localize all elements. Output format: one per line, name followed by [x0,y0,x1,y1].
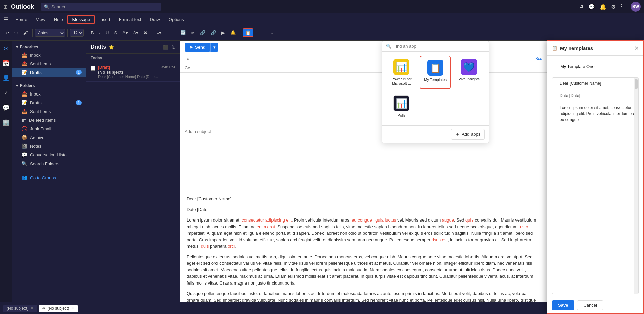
bold-btn[interactable]: B [89,29,96,36]
highlight-btn[interactable]: A▾ [120,29,130,36]
bottom-tab-1[interactable]: (No subject) ✕ [3,305,37,312]
avatar[interactable]: BW [631,2,641,12]
cancel-button[interactable]: Cancel [577,300,603,310]
monitor-icon[interactable]: 🖥 [578,4,584,10]
sidebar-icon-tasks[interactable]: ✓ [1,87,11,98]
app-search-input[interactable] [393,44,485,49]
scrollbar[interactable] [634,78,638,294]
settings-icon[interactable]: ⚙ [611,4,616,10]
font-color-btn[interactable]: A▾ [131,29,141,36]
tab-format-text[interactable]: Format text [115,16,145,23]
notify-btn[interactable]: 🔔 [228,29,238,36]
tab-home[interactable]: Home [11,16,31,23]
tab-options[interactable]: Options [165,16,188,23]
shield-icon[interactable]: 🛡 [621,4,626,10]
filter-icon[interactable]: ⬛ [163,45,168,50]
app-tile-mytemplates[interactable]: 📋 My Templates [420,56,451,89]
bottom-tab-2[interactable]: ✏ (No subject) ✕ [39,305,78,312]
expand-btn[interactable]: ⌄ [268,29,276,36]
inbox-icon: 📥 [21,52,27,58]
sidebar-icon-groups[interactable]: 🏢 [1,117,11,128]
nav-item-sent-folders[interactable]: 📤 Sent Items [12,107,86,116]
nav-item-inbox-folders[interactable]: 📥 Inbox [12,89,86,98]
folders-section: ▾ Folders 📥 Inbox 📝 Drafts 1 📤 Sent Item… [12,79,86,171]
nav-item-groups[interactable]: 👥 Go to Groups [12,173,86,182]
strikethrough-btn[interactable]: S [112,29,119,36]
favorites-header[interactable]: ▾ Favorites [12,43,86,51]
more-btn[interactable]: … [165,29,173,36]
close-icon-2[interactable]: ✕ [634,45,639,51]
align-btn[interactable]: ≡▾ [154,29,163,36]
search-input[interactable] [51,4,152,9]
tab-help[interactable]: Help [50,16,67,23]
template-name-input[interactable] [557,62,643,71]
nav-item-drafts-favorites[interactable]: 📝 Drafts 1 [12,68,86,77]
email-item[interactable]: [Draft] (No subject) Dear [Customer Name… [86,62,180,82]
app-tile-powerbi[interactable]: 📊 Power BI for Microsoft ... [386,56,417,89]
send-btn[interactable]: ▶ [219,29,227,36]
nav-item-inbox-favorites[interactable]: 📥 Inbox [12,51,86,59]
template-body-area[interactable]: Dear [Customer Name] Date [Date] Lorem i… [557,78,639,294]
sidebar-icon-chat[interactable]: 💬 [1,102,11,113]
nav-item-search-folders[interactable]: 🔍 Search Folders [12,159,86,168]
format-painter-btn[interactable]: 🖌 [21,29,30,36]
undo-btn[interactable]: ↩ [3,29,11,36]
add-apps-button[interactable]: ＋ Add apps [451,129,485,140]
template-actions: Save Cancel [547,297,643,313]
link-btn[interactable]: 🔗 [198,29,207,36]
mytemplates-label: My Templates [424,78,447,82]
font-size-selector[interactable]: 12 [70,29,84,37]
star-icon[interactable]: ⭐ [109,45,114,50]
bcc-link[interactable]: Bcc [535,56,542,61]
redo-btn[interactable]: ↪ [12,29,20,36]
email-list-icons: ⬛ ⇅ [163,45,175,50]
editor-btn[interactable]: ✏ [189,29,197,36]
bell-icon[interactable]: 🔔 [600,4,606,10]
bottom-tab-1-close[interactable]: ✕ [31,306,34,310]
folders-header[interactable]: ▾ Folders [12,82,86,89]
right-panel2-header: 📋 My Templates ✕ [547,41,643,56]
nav-item-archive[interactable]: 📦 Archive [12,133,86,142]
tab-view[interactable]: View [32,16,49,23]
tab-message[interactable]: Message [67,15,95,24]
save-button[interactable]: Save [552,300,574,310]
nav-item-conv-history[interactable]: 💬 Conversation Histo... [12,150,86,159]
archive-icon: 📦 [21,135,27,140]
sidebar-icon-mail[interactable]: ✉ [1,43,11,54]
bottom-tab-1-label: (No subject) [7,306,29,311]
app-grid-icon[interactable]: ⊞ [3,4,8,10]
email-section-today: Today [86,54,180,62]
font-selector[interactable]: Aptos [35,29,65,37]
underline-btn[interactable]: U [104,29,111,36]
bottom-tab-2-label: (No subject) [48,306,69,311]
spellcheck-btn[interactable]: 🔄 [178,29,188,36]
template-btn[interactable]: 📋 [243,28,253,37]
subject-input[interactable] [180,73,547,190]
app-tile-polls[interactable]: 📊 Polls [386,92,417,121]
send-button[interactable]: ➤ Send [185,43,210,52]
italic-btn[interactable]: I [97,29,102,36]
email-checkbox[interactable] [91,66,95,71]
more-tools-btn[interactable]: … [258,29,267,36]
cc-input[interactable] [194,65,542,71]
nav-item-drafts-folders[interactable]: 📝 Drafts 1 [12,98,86,107]
separator2 [67,29,68,37]
clear-format-btn[interactable]: ✖ [142,29,149,36]
nav-item-sent-favorites[interactable]: 📤 Sent Items [12,59,86,68]
ribbon-tools: ↩ ↪ 🖌 Aptos 12 B I U S A▾ A▾ ✖ ≡▾ … 🔄 ✏ … [0,25,644,40]
hamburger-icon[interactable]: ☰ [3,16,8,23]
hyperlink-btn[interactable]: 🔗 [209,29,218,36]
app-name: Outlook [11,3,34,10]
nav-item-notes[interactable]: 📓 Notes [12,142,86,150]
tab-draw[interactable]: Draw [146,16,164,23]
app-tile-vivainsights[interactable]: 💙 Viva Insights [453,56,485,89]
sidebar-icon-calendar[interactable]: 📅 [1,58,11,69]
chat-icon[interactable]: 💬 [588,4,595,10]
send-dropdown-btn[interactable]: ▾ [210,43,218,52]
sort-icon[interactable]: ⇅ [171,45,175,50]
sidebar-icon-contacts[interactable]: 👤 [1,73,11,83]
bottom-tab-2-close[interactable]: ✕ [71,306,74,310]
nav-item-junk[interactable]: 🚫 Junk Email [12,124,86,133]
tab-insert[interactable]: Insert [95,16,114,23]
nav-item-deleted[interactable]: 🗑 Deleted Items [12,116,86,124]
